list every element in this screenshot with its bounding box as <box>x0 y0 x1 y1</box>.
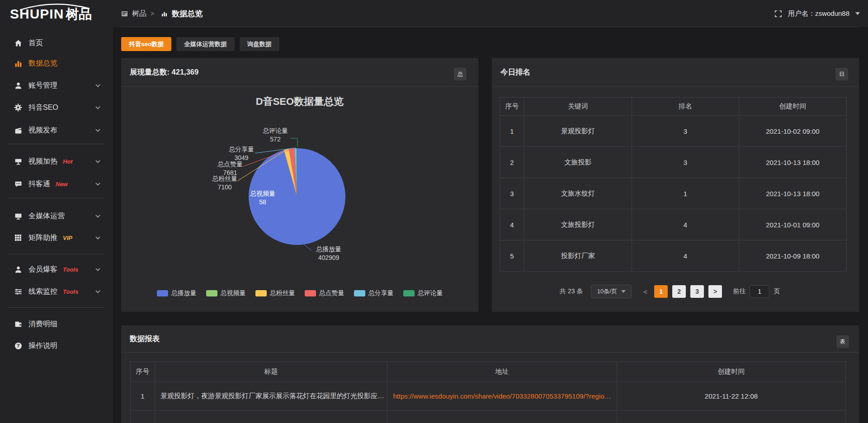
prev-page-button[interactable]: < <box>643 288 647 296</box>
tools-badge: Tools <box>63 266 78 273</box>
tab-inquiry[interactable]: 询盘数据 <box>240 37 279 51</box>
tab-media-operation[interactable]: 全媒体运营数据 <box>176 37 235 51</box>
sidebar: 首页 数据总览 账号管理 <box>0 27 113 423</box>
breadcrumb: 树品 > 数据总览 <box>121 0 203 27</box>
chevron-down-icon <box>95 236 100 240</box>
monitor-icon <box>14 212 23 220</box>
chat-bubble-icon <box>14 180 23 188</box>
chevron-down-icon <box>95 215 100 218</box>
sidebar-item-video-publish[interactable]: 视频发布 <box>0 119 113 141</box>
vip-badge: VIP <box>63 235 72 241</box>
sidebar-divider <box>8 144 105 144</box>
chevron-down-icon <box>95 290 100 293</box>
sidebar-item-media-operation[interactable]: 全媒体运营 <box>0 205 113 227</box>
sidebar-item-video-heat[interactable]: 视频加热 Hot <box>0 150 113 172</box>
sidebar-divider <box>8 254 105 254</box>
legend-item-shares[interactable]: 总分享量 <box>354 289 394 297</box>
legend-item-videos[interactable]: 总视频量 <box>206 289 246 297</box>
total-view-button[interactable]: 总 <box>454 68 467 80</box>
goto-page-input[interactable] <box>750 285 769 298</box>
legend-item-fans[interactable]: 总粉丝量 <box>255 289 295 297</box>
user-icon <box>14 82 23 89</box>
home-icon <box>14 39 23 47</box>
page-numbers: 1 2 3 > <box>654 285 722 298</box>
sidebar-item-member-burst[interactable]: 会员爆客 Tools <box>0 258 113 280</box>
page-button-1[interactable]: 1 <box>654 285 668 298</box>
table-view-button[interactable]: 表 <box>836 335 849 348</box>
legend-swatch <box>305 290 316 296</box>
sidebar-item-label: 账号管理 <box>28 81 57 90</box>
pagination: 共 23 条 10条/页 < 1 2 3 > 前往 页 <box>560 284 780 299</box>
page-button-2[interactable]: 2 <box>672 285 686 298</box>
person-icon <box>14 266 23 273</box>
pie-label-videos: 总视频量58 <box>246 189 279 207</box>
sidebar-item-label: 抖客通 <box>28 179 50 189</box>
col-keyword: 关键词 <box>524 98 632 116</box>
sidebar-item-lead-monitor[interactable]: 线索监控 Tools <box>0 281 113 302</box>
report-panel-header: 数据报表 <box>121 325 859 352</box>
sidebar-item-label: 矩阵助推 <box>28 233 57 243</box>
header-divider <box>121 27 859 27</box>
leader-line-play <box>304 244 311 250</box>
legend-swatch <box>255 290 267 296</box>
bar-chart-icon <box>14 60 23 67</box>
sidebar-item-account[interactable]: 账号管理 <box>0 75 113 96</box>
legend-item-comments[interactable]: 总评论量 <box>403 289 443 297</box>
legend-swatch <box>403 290 415 296</box>
col-num: 序号 <box>500 98 524 116</box>
dashboard-icon <box>121 10 128 17</box>
daily-view-button[interactable]: 日 <box>835 68 848 80</box>
sidebar-item-label: 首页 <box>28 38 43 48</box>
next-page-button[interactable]: > <box>708 285 722 298</box>
clapperboard-icon <box>14 127 23 134</box>
table-row: 1 景观投影灯，夜游景观投影灯厂家展示展示落花灯在花园里的灯光投影应用效果 # … <box>131 382 846 411</box>
chevron-down-icon <box>95 268 100 271</box>
user-menu-caret-icon[interactable] <box>855 12 860 15</box>
rank-table-header-row: 序号 关键词 排名 创建时间 <box>500 98 847 116</box>
sidebar-item-data-overview[interactable]: 数据总览 <box>0 52 113 74</box>
sidebar-item-douyin-seo[interactable]: 抖音SEO <box>0 97 113 118</box>
rank-table: 序号 关键词 排名 创建时间 1景观投影灯 32021-10-02 09:00 … <box>500 97 847 272</box>
select-caret-icon <box>621 290 626 293</box>
logo-arc <box>14 2 99 11</box>
table-row: 3文旅水纹灯 12021-10-13 18:00 <box>500 178 847 209</box>
breadcrumb-current: 数据总览 <box>172 9 203 19</box>
impressions-total: 展现量总数: 421,369 <box>130 67 198 77</box>
goto-label: 前往 <box>733 287 745 296</box>
sidebar-divider <box>8 198 105 198</box>
legend-swatch <box>157 290 168 296</box>
report-panel-title: 数据报表 <box>130 334 160 344</box>
sidebar-item-home[interactable]: 首页 <box>0 32 113 54</box>
new-badge: New <box>56 181 68 188</box>
tools-badge: Tools <box>63 288 78 295</box>
chevron-down-icon <box>95 129 100 132</box>
report-table: 序号 标题 地址 创建时间 1 景观投影灯，夜游景观投影灯厂家展示展示落花灯在花… <box>130 362 846 423</box>
col-created: 创建时间 <box>617 362 846 382</box>
video-link[interactable]: https://www.iesdouyin.com/share/video/70… <box>393 392 611 400</box>
tab-douyin-seo[interactable]: 抖音seo数据 <box>121 37 171 51</box>
table-row: 2文旅投影 32021-10-13 18:00 <box>500 147 847 178</box>
table-row: 5投影灯厂家 42021-10-09 18:00 <box>500 240 847 272</box>
legend-item-play[interactable]: 总播放量 <box>157 289 197 297</box>
total-count-label: 共 23 条 <box>560 287 583 296</box>
sidebar-item-matrix-boost[interactable]: 矩阵助推 VIP <box>0 227 113 249</box>
pie-label-fans: 总粉丝量7100 <box>208 174 241 192</box>
legend-item-likes[interactable]: 总点赞量 <box>305 289 344 297</box>
screen-filter-icon <box>14 158 23 165</box>
fullscreen-icon[interactable] <box>774 10 782 18</box>
username-label[interactable]: 用户名：zswodun88 <box>788 9 849 18</box>
page-button-3[interactable]: 3 <box>690 285 704 298</box>
rank-panel-header: 今日排名 <box>492 58 859 87</box>
sidebar-item-spend-detail[interactable]: 消费明细 <box>0 313 113 335</box>
sidebar-item-doukotong[interactable]: 抖客通 New <box>0 173 113 195</box>
legend-swatch <box>354 290 365 296</box>
rank-panel-title: 今日排名 <box>500 67 530 77</box>
pie-chart-title: D音SEO数据量总览 <box>121 95 478 108</box>
sidebar-item-label: 视频发布 <box>28 126 57 135</box>
page-size-select[interactable]: 10条/页 <box>591 285 632 298</box>
sidebar-item-label: 操作说明 <box>28 341 57 351</box>
sliders-icon <box>14 288 23 296</box>
sidebar-item-help[interactable]: ? 操作说明 <box>0 335 113 357</box>
sidebar-item-label: 视频加热 <box>28 157 57 166</box>
breadcrumb-root[interactable]: 树品 <box>132 9 146 19</box>
